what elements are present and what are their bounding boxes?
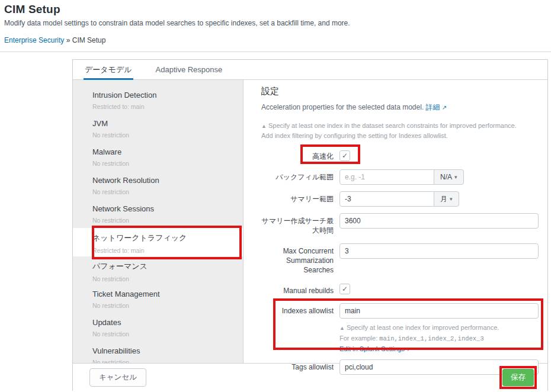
settings-panel: 設定 Acceleration properties for the selec…	[244, 80, 547, 363]
sidebar-item-malware[interactable]: Malware No restriction	[73, 143, 243, 171]
data-model-list: Intrusion Detection Restricted to: main …	[73, 80, 244, 363]
dataset-warning: ▲Specify at least one index in the datas…	[261, 121, 542, 141]
indexes-allowlist-label: Indexes allowlist	[261, 303, 334, 354]
save-button[interactable]: 保存	[502, 369, 534, 386]
item-restriction: No restriction	[92, 302, 237, 309]
backfill-unit-dropdown[interactable]: N/A ▾	[434, 169, 464, 185]
item-restriction: No restriction	[92, 330, 237, 338]
warning-icon: ▲	[339, 325, 345, 331]
sidebar-item-jvm[interactable]: JVM No restriction	[73, 114, 243, 143]
details-link[interactable]: 詳細 ↗	[426, 103, 447, 111]
sidebar-item-updates[interactable]: Updates No restriction	[73, 313, 243, 342]
item-title: ネットワークトラフィック	[92, 233, 237, 243]
acceleration-label: 高速化	[261, 149, 334, 161]
manual-rebuilds-label: Manual rebuilds	[261, 284, 334, 295]
settings-description: Acceleration properties for the selected…	[261, 102, 542, 113]
indexes-allowlist-row: Indexes allowlist ▲Specify at least one …	[261, 303, 542, 354]
tab-adaptive-response-label: Adaptive Response	[156, 65, 223, 74]
check-icon: ✓	[342, 152, 348, 160]
item-restriction: Restricted to: main	[92, 103, 237, 110]
item-title: Malware	[92, 147, 237, 156]
indexes-allowlist-help: ▲Specify at least one index for improved…	[339, 323, 539, 354]
tags-allowlist-row: Tags allowlist	[261, 359, 542, 375]
header-divider	[0, 52, 551, 52]
external-link-icon: ↗	[442, 104, 447, 111]
summary-range-label: サマリー範囲	[261, 191, 334, 207]
settings-heading: 設定	[261, 86, 542, 97]
max-concurrent-label: Max Concurrent Summarization Searches	[261, 243, 334, 275]
edit-splunk-settings-link[interactable]: Edit in Splunk Settings ↗	[339, 345, 412, 352]
tab-bar: データモデル Adaptive Response	[73, 60, 547, 80]
item-restriction: No restriction	[92, 131, 237, 139]
acceleration-row: 高速化 ✓	[261, 149, 542, 161]
summary-range-input[interactable]	[339, 191, 434, 207]
breadcrumb-current: CIM Setup	[72, 36, 106, 44]
item-restriction: No restriction	[92, 188, 237, 195]
item-restriction: Restricted to: main	[92, 247, 237, 254]
cim-setup-panel: データモデル Adaptive Response Intrusion Detec…	[72, 59, 548, 391]
external-link-icon: ↗	[406, 346, 411, 352]
item-title: Network Resolution	[92, 176, 237, 185]
backfill-row: バックフィル範囲 N/A ▾	[261, 169, 542, 185]
item-restriction: No restriction	[92, 275, 237, 282]
indexes-example-code: main,index_1,index_2,index_3	[379, 335, 483, 342]
item-title: Updates	[92, 318, 237, 327]
item-restriction: No restriction	[92, 359, 237, 363]
chevron-down-icon: ▾	[450, 196, 453, 202]
item-title: Ticket Management	[92, 290, 237, 298]
breadcrumb-link-enterprise-security[interactable]: Enterprise Security	[4, 36, 64, 44]
acceleration-checkbox[interactable]: ✓	[339, 150, 350, 161]
sidebar-item-vulnerabilities[interactable]: Vulnerabilities No restriction	[73, 342, 243, 363]
chevron-down-icon: ▾	[454, 174, 457, 180]
max-time-input[interactable]	[339, 213, 539, 229]
item-title: Intrusion Detection	[92, 91, 237, 99]
sidebar-item-network-traffic[interactable]: ネットワークトラフィック Restricted to: main	[73, 228, 243, 256]
breadcrumb-separator: »	[66, 36, 71, 44]
item-title: パフォーマンス	[92, 261, 237, 272]
sidebar-item-network-resolution[interactable]: Network Resolution No restriction	[73, 171, 243, 200]
warning-icon: ▲	[261, 123, 267, 129]
check-icon: ✓	[342, 285, 348, 293]
item-title: JVM	[92, 119, 237, 128]
page-header: CIM Setup Modify data model settings to …	[0, 0, 551, 44]
tab-data-model-label: データモデル	[85, 65, 132, 75]
max-concurrent-row: Max Concurrent Summarization Searches	[261, 243, 542, 275]
tab-data-model[interactable]: データモデル	[84, 60, 133, 79]
page-title: CIM Setup	[4, 3, 546, 16]
manual-rebuilds-row: Manual rebuilds ✓	[261, 284, 542, 295]
indexes-allowlist-input[interactable]	[339, 303, 539, 319]
manual-rebuilds-checkbox[interactable]: ✓	[339, 284, 350, 294]
sidebar-item-intrusion-detection[interactable]: Intrusion Detection Restricted to: main	[73, 86, 243, 114]
page-subtitle: Modify data model settings to constrain …	[4, 19, 546, 27]
backfill-label: バックフィル範囲	[261, 169, 334, 185]
sidebar-item-performance[interactable]: パフォーマンス No restriction	[73, 256, 243, 285]
item-restriction: No restriction	[92, 217, 237, 224]
cancel-button[interactable]: キャンセル	[89, 368, 146, 387]
max-time-row: サマリー作成サーチ最大時間	[261, 213, 542, 235]
item-title: Network Sessions	[92, 204, 237, 213]
max-time-label: サマリー作成サーチ最大時間	[261, 213, 334, 235]
tags-allowlist-label: Tags allowlist	[261, 359, 334, 375]
summary-range-row: サマリー範囲 月 ▾	[261, 191, 542, 207]
tab-adaptive-response[interactable]: Adaptive Response	[155, 60, 224, 79]
item-title: Vulnerabilities	[92, 346, 237, 355]
sidebar-item-ticket-management[interactable]: Ticket Management No restriction	[73, 285, 243, 313]
breadcrumb: Enterprise Security » CIM Setup	[4, 36, 546, 44]
summary-range-unit-dropdown[interactable]: 月 ▾	[434, 191, 459, 207]
item-restriction: No restriction	[92, 160, 237, 167]
sidebar-item-network-sessions[interactable]: Network Sessions No restriction	[73, 200, 243, 228]
backfill-input[interactable]	[339, 169, 434, 185]
max-concurrent-input[interactable]	[339, 243, 539, 259]
settings-description-text: Acceleration properties for the selected…	[261, 103, 424, 111]
